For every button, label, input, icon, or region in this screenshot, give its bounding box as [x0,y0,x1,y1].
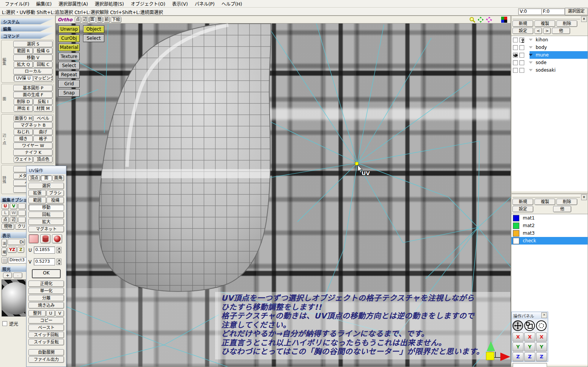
zoom-icon[interactable] [469,17,475,23]
opt-hidden[interactable] [18,203,26,209]
light-remove-button[interactable]: - [13,273,22,278]
scale-z-button[interactable]: Z [524,352,535,361]
uv-scale-button[interactable]: 拡大 [28,219,64,225]
rotate-view-icon[interactable] [486,17,492,23]
cmd-move[interactable]: 移動 V [13,55,53,61]
object-row-kihon[interactable]: kihon [511,36,588,44]
rotate-tool-icon[interactable] [536,320,547,331]
cmd-rotate[interactable]: 回転 C [33,61,53,68]
object-mode-button[interactable]: Object [83,25,104,33]
vtab-edge[interactable]: 辺 [82,17,88,23]
material-row-mat2[interactable]: mat2 [511,222,588,229]
opt-w-toggle[interactable]: W [10,210,17,216]
cylinder-projection-icon[interactable] [40,234,50,243]
menu-file[interactable]: ファイル(F) [2,0,33,8]
opt-u-toggle[interactable]: U [2,203,9,209]
cmd-lattice[interactable]: 格子 [33,136,53,142]
scale-x-button[interactable]: X [524,332,535,342]
rotate-y-button[interactable]: Y [536,342,547,351]
cmd-bevel[interactable]: ベベル [33,115,53,122]
object-panel-close-icon[interactable]: × [581,16,587,22]
uv-select-button[interactable]: 選択 [28,183,64,189]
curobj-button[interactable]: CurObj [58,35,80,42]
uv-panel-title[interactable]: UV操作 [27,166,66,174]
material-row-check-selected[interactable]: check [511,237,588,245]
expand-triangle-icon[interactable] [529,54,533,56]
cmd-scale[interactable]: 拡大 Q [14,61,33,68]
repeat-button[interactable]: Repeat [58,71,80,78]
cmd-knife[interactable]: ナイフ K [13,149,53,156]
move-z-button[interactable]: Z [513,352,524,361]
light-preview[interactable] [2,279,26,317]
select-button[interactable]: Select [58,62,80,69]
uv-paste-button[interactable]: ペースト [28,325,64,331]
operation-panel-title[interactable]: 操作パネル × [512,312,548,319]
cmd-lasso[interactable]: 投縄 G [33,48,53,54]
vtab-front[interactable]: 前 [104,17,110,23]
display-bars-button[interactable]: ||| [2,257,8,263]
section-system[interactable]: システム [1,18,54,24]
object-row-sode[interactable]: sode [511,59,588,66]
spin-up-icon[interactable] [57,247,61,250]
object-row-mune-selected[interactable]: mune [511,51,588,59]
uv-range-button[interactable]: 範囲 [28,197,46,204]
menu-help[interactable]: ヘルプ(H) [218,0,245,8]
object-next-button[interactable]: > [543,28,551,34]
lock-checkbox[interactable] [519,60,524,65]
cmd-mapping[interactable]: マッピング [33,75,53,82]
display-z-toggle[interactable]: Z [17,247,24,253]
plane-projection-icon[interactable] [28,234,39,243]
uv-switch-rotate-button[interactable]: スイッチ回転 [28,332,64,338]
section-command[interactable]: コマンド [1,33,54,39]
visibility-checkbox[interactable] [513,45,518,50]
cmd-twist[interactable]: ねじれ [14,129,33,135]
texture-button[interactable]: Texture [58,53,80,60]
snap-button[interactable]: Snap [58,89,80,97]
object-panel-grip[interactable] [513,17,580,19]
vtab-underlay[interactable]: 下絵 [111,17,121,23]
cmd-fill[interactable]: 面張り H [14,115,33,122]
cmd-range[interactable]: 範囲 R [14,48,33,54]
opt-actual[interactable]: 現物 [2,224,14,230]
cmd-tilt[interactable]: 傾き [14,136,33,142]
menu-view[interactable]: 表示(V) [169,0,192,8]
material-row-mat1[interactable]: mat1 [511,214,588,222]
opt-v-toggle[interactable]: V [10,203,17,209]
uv-texture-canvas[interactable]: Unwrap CurObj Material Texture Select Re… [56,24,511,367]
uv-align-button[interactable]: 整列 [28,310,46,317]
cmd-bend[interactable]: 曲げ [33,129,53,135]
cmd-invert[interactable]: 反転 I [33,99,53,105]
select-mode-button[interactable]: Select [83,35,104,42]
uv-auto-unwrap-button[interactable]: 自動展開 [28,349,64,356]
object-duplicate-button[interactable]: 複製 [535,20,555,27]
visibility-checkbox[interactable] [513,53,518,58]
visibility-checkbox[interactable] [513,38,518,42]
move-x-button[interactable]: X [513,332,524,342]
lock-checkbox[interactable] [519,38,524,42]
spin-down-icon[interactable] [57,262,61,265]
material-panel-close-icon[interactable]: × [581,194,587,200]
vtab-simple[interactable]: 簡 [96,17,103,23]
rotate-x-button[interactable]: X [536,332,547,342]
menu-edit[interactable]: 編集(E) [33,0,55,8]
spin-up-icon[interactable] [57,259,61,262]
uv-separate-button[interactable]: 分離 [28,295,64,301]
uv-expand-button[interactable]: 拡張 [28,190,46,196]
material-other-button[interactable]: 他 [553,206,571,212]
expand-triangle-icon[interactable] [529,39,533,41]
scale-tool-icon[interactable] [524,320,535,331]
u-spinner[interactable] [57,247,61,253]
v-coordinate-field[interactable]: 0.5273 [34,258,55,265]
cmd-local[interactable]: ローカル [13,68,53,75]
rotate-z-button[interactable]: Z [536,352,547,361]
uv-rotate-button[interactable]: 回転 [28,212,64,218]
uv-unify-button[interactable]: 単一化 [28,288,64,294]
uv-bake-button[interactable]: 焼き込み [28,302,64,309]
selection-lock-button[interactable]: 選択固定 [565,8,588,15]
uv-switch-flip-button[interactable]: スイッチ反転 [28,339,64,345]
cmd-primitive[interactable]: 基本図形 P [13,85,53,91]
scale-y-button[interactable]: Y [524,342,535,351]
material-duplicate-button[interactable]: 複製 [535,199,555,205]
palette-icon[interactable] [501,17,507,23]
cmd-create-face[interactable]: 面の生成 F [13,92,53,98]
